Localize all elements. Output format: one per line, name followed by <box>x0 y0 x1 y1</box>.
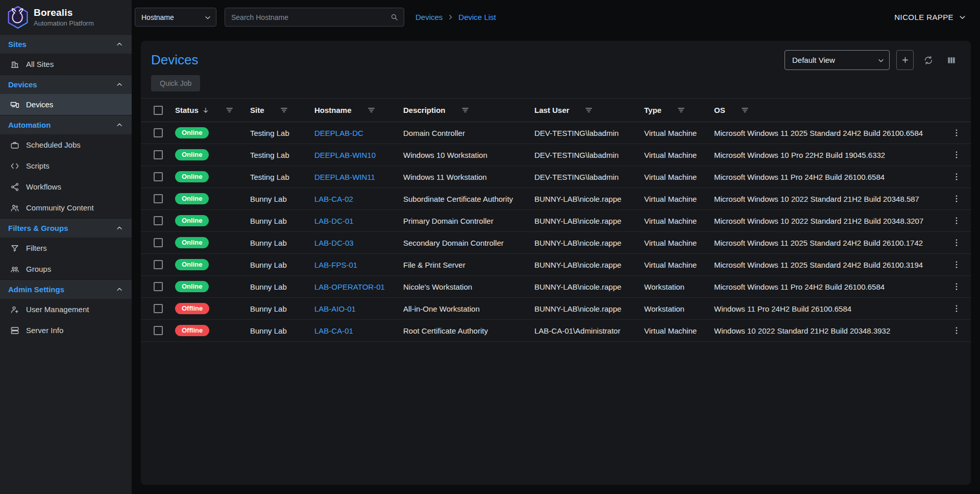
refresh-button[interactable] <box>920 52 937 68</box>
column-header-last-user[interactable]: Last User <box>534 106 644 114</box>
status-cell: Online <box>175 171 250 183</box>
sidebar-item-all-sites[interactable]: All Sites <box>0 54 132 75</box>
column-header-site[interactable]: Site <box>250 106 314 114</box>
row-menu-icon[interactable] <box>952 260 961 269</box>
table-row[interactable]: Offline Bunny Lab LAB-AIO-01 All-in-One … <box>141 298 971 320</box>
site-cell: Testing Lab <box>250 151 314 159</box>
table-row[interactable]: Offline Bunny Lab LAB-CA-01 Root Certifi… <box>141 320 971 342</box>
sidebar-item-server-info[interactable]: Server Info <box>0 320 132 341</box>
hostname-link[interactable]: LAB-AIO-01 <box>314 304 356 313</box>
search-field-select[interactable]: Hostname <box>135 8 216 27</box>
breadcrumb-device-list[interactable]: Device List <box>458 13 496 21</box>
search-input[interactable] <box>231 13 390 21</box>
column-filter-icon[interactable] <box>461 106 470 114</box>
column-header-os[interactable]: OS <box>714 106 942 114</box>
row-checkbox[interactable] <box>154 172 163 181</box>
sidebar-item-scripts[interactable]: Scripts <box>0 155 132 176</box>
sidebar-section-sites[interactable]: Sites <box>0 34 132 54</box>
row-menu-icon[interactable] <box>952 172 961 181</box>
hostname-link[interactable]: LAB-CA-01 <box>314 326 353 335</box>
description-cell: All-in-One Workstation <box>403 304 534 313</box>
user-menu[interactable]: NICOLE RAPPE <box>894 13 967 21</box>
add-view-button[interactable] <box>896 50 914 70</box>
row-menu-icon[interactable] <box>952 128 961 137</box>
table-row[interactable]: Online Bunny Lab LAB-CA-02 Subordinate C… <box>141 188 971 210</box>
column-filter-icon[interactable] <box>225 106 234 114</box>
column-header-hostname[interactable]: Hostname <box>314 106 403 114</box>
sidebar-section-devices[interactable]: Devices <box>0 75 132 94</box>
last-user-cell: BUNNY-LAB\nicole.rappe <box>534 239 644 247</box>
table-row[interactable]: Online Testing Lab DEEPLAB-WIN10 Windows… <box>141 144 971 166</box>
row-actions-cell <box>942 194 971 203</box>
devices-icon <box>10 100 19 109</box>
breadcrumb-devices[interactable]: Devices <box>415 13 443 21</box>
row-menu-icon[interactable] <box>952 326 961 335</box>
sidebar-item-scheduled-jobs[interactable]: Scheduled Jobs <box>0 134 132 155</box>
column-header-description[interactable]: Description <box>403 106 534 114</box>
table-row[interactable]: Online Bunny Lab LAB-DC-03 Secondary Dom… <box>141 232 971 254</box>
column-header-type[interactable]: Type <box>644 106 714 114</box>
column-filter-icon[interactable] <box>584 106 593 114</box>
hostname-link[interactable]: LAB-DC-03 <box>314 239 354 247</box>
search-icon[interactable] <box>390 13 399 21</box>
hostname-link[interactable]: LAB-FPS-01 <box>314 261 357 269</box>
hostname-link[interactable]: DEEPLAB-DC <box>314 129 363 137</box>
row-checkbox[interactable] <box>154 238 163 247</box>
row-checkbox[interactable] <box>154 260 163 269</box>
hostname-link[interactable]: LAB-DC-01 <box>314 217 354 225</box>
row-checkbox[interactable] <box>154 282 163 291</box>
row-checkbox[interactable] <box>154 128 163 137</box>
row-menu-icon[interactable] <box>952 194 961 203</box>
hostname-link[interactable]: LAB-OPERATOR-01 <box>314 283 385 291</box>
type-cell: Virtual Machine <box>644 261 714 269</box>
row-checkbox[interactable] <box>154 304 163 313</box>
status-cell: Online <box>175 193 250 205</box>
os-cell: Microsoft Windows 11 Pro 24H2 Build 2610… <box>714 173 942 181</box>
sidebar-section-automation[interactable]: Automation <box>0 115 132 134</box>
type-cell: Virtual Machine <box>644 217 714 225</box>
column-filter-icon[interactable] <box>367 106 376 114</box>
row-menu-icon[interactable] <box>952 216 961 225</box>
hostname-cell: LAB-AIO-01 <box>314 304 403 313</box>
row-menu-icon[interactable] <box>952 150 961 159</box>
table-row[interactable]: Online Testing Lab DEEPLAB-DC Domain Con… <box>141 122 971 144</box>
view-select[interactable]: Default View <box>785 50 890 70</box>
type-cell: Virtual Machine <box>644 173 714 181</box>
status-badge: Online <box>175 193 209 205</box>
sidebar-item-filters[interactable]: Filters <box>0 238 132 258</box>
row-checkbox[interactable] <box>154 194 163 203</box>
column-filter-icon[interactable] <box>741 106 749 114</box>
status-cell: Online <box>175 127 250 139</box>
table-row[interactable]: Online Bunny Lab LAB-FPS-01 File & Print… <box>141 254 971 276</box>
row-checkbox[interactable] <box>154 150 163 159</box>
columns-button[interactable] <box>943 52 960 68</box>
sidebar-item-groups[interactable]: Groups <box>0 258 132 279</box>
row-menu-icon[interactable] <box>952 282 961 291</box>
hostname-link[interactable]: DEEPLAB-WIN11 <box>314 173 375 181</box>
column-label: Description <box>403 106 446 114</box>
column-filter-icon[interactable] <box>677 106 685 114</box>
table-row[interactable]: Online Testing Lab DEEPLAB-WIN11 Windows… <box>141 166 971 188</box>
sidebar-section-filters-groups[interactable]: Filters & Groups <box>0 218 132 238</box>
sidebar-item-community-content[interactable]: Community Content <box>0 197 132 218</box>
sidebar-item-workflows[interactable]: Workflows <box>0 176 132 197</box>
search-box <box>225 8 404 27</box>
hostname-link[interactable]: LAB-CA-02 <box>314 195 353 203</box>
hostname-link[interactable]: DEEPLAB-WIN10 <box>314 151 376 159</box>
row-menu-icon[interactable] <box>952 238 961 247</box>
column-header-status[interactable]: Status <box>175 106 250 114</box>
sort-desc-icon[interactable] <box>202 106 210 114</box>
row-checkbox-cell <box>141 150 175 159</box>
sidebar-section-admin-settings[interactable]: Admin Settings <box>0 279 132 299</box>
column-filter-icon[interactable] <box>280 106 288 114</box>
row-menu-icon[interactable] <box>952 304 961 313</box>
select-all-checkbox[interactable] <box>154 106 163 115</box>
table-row[interactable]: Online Bunny Lab LAB-DC-01 Primary Domai… <box>141 210 971 232</box>
table-row[interactable]: Online Bunny Lab LAB-OPERATOR-01 Nicole'… <box>141 276 971 298</box>
site-cell: Bunny Lab <box>250 326 314 335</box>
sidebar-item-devices[interactable]: Devices <box>0 94 132 115</box>
row-checkbox[interactable] <box>154 326 163 335</box>
row-checkbox[interactable] <box>154 216 163 225</box>
quick-job-button[interactable]: Quick Job <box>151 75 200 91</box>
sidebar-item-user-management[interactable]: User Management <box>0 299 132 320</box>
